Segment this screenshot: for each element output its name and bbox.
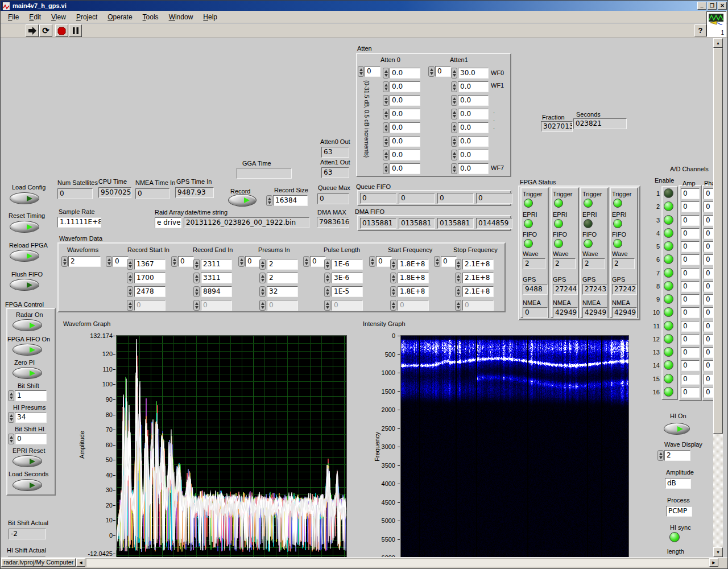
start-frequency-row-spinner[interactable] <box>390 273 396 283</box>
record-start-in-row-spinner[interactable] <box>127 259 133 270</box>
bit-shift-hi-spinner[interactable] <box>8 434 14 444</box>
load-seconds-button[interactable] <box>13 479 42 491</box>
process-select[interactable]: PCMP <box>666 506 692 517</box>
start-frequency-index-spinner[interactable] <box>369 256 375 267</box>
pulse-length-row-spinner[interactable] <box>324 273 330 283</box>
record-end-in-row-spinner[interactable] <box>193 300 200 311</box>
atten1-value[interactable]: 0.0 <box>458 122 489 133</box>
presums-in-row-spinner[interactable] <box>259 286 266 297</box>
fpga-fifo-on-button[interactable] <box>13 344 42 356</box>
channel-enable-led[interactable] <box>664 321 673 331</box>
atten1-row-spinner[interactable] <box>451 95 457 106</box>
atten0-value[interactable]: 0.0 <box>390 95 420 106</box>
epri-reset-button[interactable] <box>13 455 42 467</box>
restore-button[interactable]: ❐ <box>708 2 717 10</box>
channel-enable-led[interactable] <box>664 334 673 344</box>
scroll-right-icon[interactable]: ▶ <box>709 558 718 567</box>
stop-frequency-row-spinner[interactable] <box>455 259 461 270</box>
stop-frequency-index-spinner[interactable] <box>434 256 440 267</box>
presums-in-value[interactable]: 2 <box>267 273 298 283</box>
scroll-up-icon[interactable]: ▲ <box>713 38 723 48</box>
scroll-left-icon[interactable]: ◀ <box>76 558 85 567</box>
start-frequency-value[interactable]: 1.8E+8 <box>398 273 429 283</box>
channel-amp-input[interactable]: 0 <box>681 215 700 226</box>
pulse-length-index-input[interactable]: 0 <box>310 256 326 267</box>
menu-operate[interactable]: Operate <box>102 11 137 23</box>
channel-enable-led[interactable] <box>664 215 673 225</box>
presums-in-value[interactable]: 0 <box>267 300 298 311</box>
pulse-length-value[interactable]: 1E-6 <box>332 259 363 270</box>
atten0-row-spinner[interactable] <box>383 81 389 92</box>
record-end-in-value[interactable]: 0 <box>201 300 232 311</box>
channel-amp-input[interactable]: 0 <box>681 321 700 332</box>
stop-frequency-row-spinner[interactable] <box>455 273 461 283</box>
channel-amp-input[interactable]: 0 <box>681 188 700 199</box>
atten0-row-spinner[interactable] <box>383 95 389 106</box>
project-context[interactable]: radar.lvproj/My Computer <box>1 558 76 567</box>
record-end-in-row-spinner[interactable] <box>193 286 200 297</box>
atten0-row-spinner[interactable] <box>383 68 389 79</box>
vertical-scrollbar-thumb[interactable] <box>713 48 723 434</box>
abort-button[interactable] <box>55 24 68 37</box>
channel-amp-input[interactable]: 0 <box>681 281 700 292</box>
horizontal-scrollbar[interactable] <box>86 558 709 567</box>
record-button[interactable] <box>228 194 257 207</box>
minimize-button[interactable]: _ <box>697 2 706 10</box>
record-start-in-value[interactable]: 1367 <box>134 259 166 270</box>
run-button[interactable] <box>26 24 39 37</box>
menu-tools[interactable]: Tools <box>138 11 164 23</box>
presums-in-index-input[interactable]: 0 <box>245 256 261 267</box>
atten1-row-spinner[interactable] <box>451 68 457 79</box>
bit-shift-input[interactable]: 1 <box>15 390 47 401</box>
record-start-in-index-input[interactable]: 0 <box>113 256 129 267</box>
record-size-spinner[interactable] <box>266 195 272 206</box>
channel-amp-input[interactable]: 0 <box>681 268 700 279</box>
atten1-row-spinner[interactable] <box>451 136 457 147</box>
bit-shift-spinner[interactable] <box>8 390 14 401</box>
channel-enable-led[interactable] <box>664 268 673 278</box>
menu-window[interactable]: Window <box>164 11 198 23</box>
channel-amp-input[interactable]: 0 <box>681 201 700 212</box>
atten1-row-spinner[interactable] <box>451 163 457 174</box>
record-start-in-row-spinner[interactable] <box>127 300 133 311</box>
help-button[interactable]: ? <box>694 24 706 36</box>
title-bar[interactable]: main4v7_h_gps.vi _ ❐ ✕ <box>1 1 728 11</box>
flush-fifo-button[interactable] <box>10 279 39 291</box>
atten0-row-spinner[interactable] <box>383 109 389 119</box>
channel-enable-led[interactable] <box>664 228 673 238</box>
record-end-in-value[interactable]: 3311 <box>201 273 232 283</box>
record-end-in-value[interactable]: 2311 <box>201 259 232 270</box>
vertical-scrollbar[interactable]: ▲ ▼ <box>713 38 723 557</box>
waveforms-spinner[interactable] <box>61 256 68 267</box>
atten1-value[interactable]: 30.0 <box>458 68 489 79</box>
record-start-in-value[interactable]: 2478 <box>134 286 166 297</box>
start-frequency-value[interactable]: 1.8E+8 <box>398 286 429 297</box>
channel-amp-input[interactable]: 0 <box>681 334 700 345</box>
presums-in-row-spinner[interactable] <box>259 273 266 283</box>
atten0-value[interactable]: 0.0 <box>390 163 420 174</box>
amplitude-units-select[interactable]: dB <box>665 478 691 489</box>
atten1-value[interactable]: 0.0 <box>458 109 489 119</box>
intensity-graph-plot[interactable] <box>400 335 629 569</box>
load-config-button[interactable] <box>10 192 39 204</box>
channel-enable-led[interactable] <box>664 188 673 198</box>
stop-frequency-index-input[interactable]: 0 <box>441 256 457 267</box>
record-start-in-value[interactable]: 0 <box>134 300 166 311</box>
stop-frequency-row-spinner[interactable] <box>455 300 461 311</box>
radar-on-button[interactable] <box>13 319 42 331</box>
menu-edit[interactable]: Edit <box>24 11 46 23</box>
record-size-input[interactable]: 16384 <box>273 195 308 206</box>
atten0-value[interactable]: 0.0 <box>390 150 420 160</box>
record-end-in-index-spinner[interactable] <box>171 256 177 267</box>
reload-fpga-button[interactable] <box>10 250 39 262</box>
pulse-length-row-spinner[interactable] <box>324 259 330 270</box>
menu-view[interactable]: View <box>46 11 71 23</box>
vi-icon-box[interactable]: 1 <box>706 11 726 37</box>
atten0-value[interactable]: 0.0 <box>390 136 420 147</box>
presums-in-row-spinner[interactable] <box>259 300 266 311</box>
atten0-index-input[interactable]: 0 <box>365 66 380 77</box>
channel-amp-input[interactable]: 0 <box>681 228 700 239</box>
atten1-value[interactable]: 0.0 <box>458 163 489 174</box>
channel-amp-input[interactable]: 0 <box>681 294 700 305</box>
channel-enable-led[interactable] <box>664 281 673 291</box>
